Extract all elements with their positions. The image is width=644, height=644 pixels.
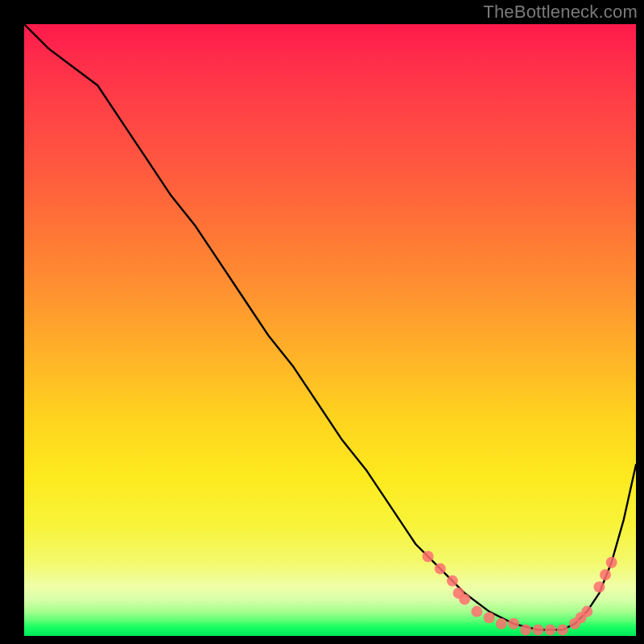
marker-dot: [520, 624, 531, 635]
marker-dot: [581, 606, 592, 617]
marker-dot: [606, 557, 617, 568]
watermark-text: TheBottleneck.com: [483, 2, 638, 23]
chart-frame: TheBottleneck.com: [0, 0, 644, 644]
marker-dot: [545, 624, 556, 635]
marker-dot: [471, 606, 482, 617]
marker-dot: [532, 624, 543, 635]
marker-group: [423, 551, 617, 635]
marker-dot: [435, 563, 446, 574]
marker-dot: [484, 612, 495, 623]
marker-dot: [557, 624, 568, 635]
marker-dot: [508, 618, 519, 630]
marker-dot: [423, 551, 434, 562]
marker-dot: [600, 569, 611, 580]
marker-dot: [593, 581, 605, 592]
curve-line: [24, 24, 636, 630]
marker-dot: [496, 618, 507, 630]
marker-dot: [459, 593, 470, 605]
chart-overlay: [24, 24, 636, 636]
marker-dot: [447, 576, 458, 587]
